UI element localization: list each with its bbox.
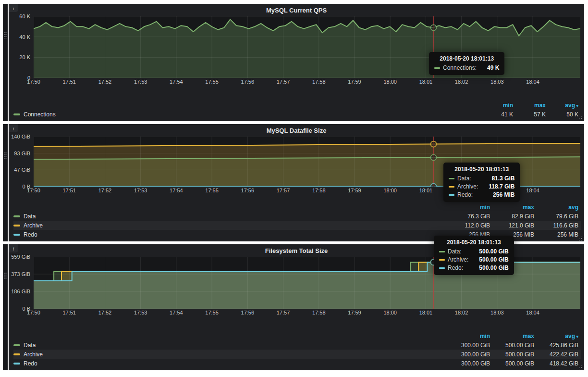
x-tick-label: 18:00 xyxy=(383,79,397,85)
series-color-icon xyxy=(13,353,20,355)
legend-sort-max[interactable]: max xyxy=(493,203,537,211)
x-tick-label: 18:01 xyxy=(419,188,433,193)
series-color-icon xyxy=(13,234,20,236)
legend-sort-min[interactable]: min xyxy=(449,332,493,340)
legend: minmaxavgData76.3 GiB82.9 GiB79.6 GiBArc… xyxy=(9,202,584,241)
panel-filesystem-total-size: i Filesystem Total Size 559 GiB373 GiB18… xyxy=(9,244,584,370)
x-tick-label: 17:55 xyxy=(205,79,219,85)
legend-sort-avg[interactable]: avg ▾ xyxy=(537,332,581,340)
legend-row-archive: Archive300.00 GiB500.00 GiB422.42 GiB xyxy=(13,350,581,359)
x-tick-label: 17:51 xyxy=(62,188,76,193)
legend-stat-value: 41 K xyxy=(483,111,516,118)
legend-series-toggle[interactable]: Archive xyxy=(13,222,449,229)
series-color-icon xyxy=(13,225,20,226)
legend-stat-value: 116.6 GiB xyxy=(537,222,581,229)
legend-stat-value: 79.6 GiB xyxy=(537,213,581,220)
panel-drag-handle[interactable] xyxy=(3,244,8,370)
legend-series-toggle[interactable]: Data xyxy=(13,342,449,349)
legend: minmaxavg ▾Data300.00 GiB500.00 GiB425.8… xyxy=(9,331,584,370)
legend-series-toggle[interactable]: Redo xyxy=(13,231,449,238)
chevron-down-icon: ▾ xyxy=(575,334,578,339)
drag-dots-icon xyxy=(4,152,7,159)
x-tick-label: 18:01 xyxy=(419,310,433,315)
chevron-down-icon: ▾ xyxy=(575,103,578,108)
legend-series-name: Data xyxy=(24,213,36,220)
x-tick-label: 17:56 xyxy=(241,310,255,315)
plot-area: 140 GiB93 GiB47 GiB0 B xyxy=(9,137,584,187)
chart-canvas[interactable] xyxy=(34,137,580,187)
panel-info-icon[interactable]: i xyxy=(9,4,18,12)
x-tick-label: 17:54 xyxy=(170,188,183,193)
y-tick-label: 140 GiB xyxy=(11,134,30,139)
chart-canvas[interactable] xyxy=(34,16,580,78)
legend-stat-value: 500.00 GiB xyxy=(493,351,537,358)
legend-row-redo: Redo256 MiB256 MiB256 MiB xyxy=(13,230,581,239)
legend-stat-value: 82.9 GiB xyxy=(493,213,537,220)
legend-series-toggle[interactable]: Redo xyxy=(13,360,449,367)
legend-sort-min[interactable]: min xyxy=(483,101,516,109)
x-tick-label: 17:59 xyxy=(348,79,361,85)
legend-series-name: Archive xyxy=(24,351,43,358)
x-tick-label: 17:57 xyxy=(277,188,290,193)
dashboard: i MySQL Current QPS 60 K40 K20 K0 17:501… xyxy=(3,4,584,370)
x-tick-label: 17:52 xyxy=(98,188,112,193)
x-tick-label: 17:52 xyxy=(98,310,112,315)
y-axis: 559 GiB373 GiB186 GiB0 B xyxy=(9,257,34,309)
legend-stat-value: 76.3 GiB xyxy=(449,213,493,220)
legend-stat-value: 121.0 GiB xyxy=(493,222,537,229)
x-tick-label: 17:59 xyxy=(348,310,361,315)
legend-stat-value: 500.00 GiB xyxy=(493,342,537,349)
legend-sort-max[interactable]: max xyxy=(493,332,537,340)
y-tick-label: 93 GiB xyxy=(14,151,30,156)
x-tick-label: 18:04 xyxy=(526,188,539,193)
x-axis: 17:5017:5117:5217:5317:5417:5517:5617:57… xyxy=(34,309,580,317)
legend-row-connections: Connections41 K57 K50 K xyxy=(13,110,581,119)
legend-sort-max[interactable]: max xyxy=(516,101,549,109)
legend-stat-value: 418.42 GiB xyxy=(537,360,581,367)
y-axis: 140 GiB93 GiB47 GiB0 B xyxy=(9,137,34,187)
y-tick-label: 559 GiB xyxy=(11,254,30,260)
info-icon: i xyxy=(12,126,14,131)
x-tick-label: 17:50 xyxy=(27,188,40,193)
panel-title[interactable]: Filesystem Total Size xyxy=(9,244,584,257)
legend-stat-value: 256 MiB xyxy=(537,231,581,238)
panel-title[interactable]: MySQL Datafile Size xyxy=(9,124,584,137)
legend-series-toggle[interactable]: Archive xyxy=(13,351,449,358)
x-tick-label: 17:58 xyxy=(312,188,326,193)
x-tick-label: 18:00 xyxy=(383,310,397,315)
legend-stat-value: 300.00 GiB xyxy=(449,360,493,367)
x-tick-label: 18:03 xyxy=(490,188,504,193)
legend-row-data: Data300.00 GiB500.00 GiB425.86 GiB xyxy=(13,340,581,350)
x-tick-label: 17:58 xyxy=(312,79,326,85)
y-tick-label: 373 GiB xyxy=(11,271,30,277)
x-tick-label: 17:50 xyxy=(27,79,40,85)
legend-row-archive: Archive112.0 GiB121.0 GiB116.6 GiB xyxy=(13,221,581,230)
panel-info-icon[interactable]: i xyxy=(9,124,18,132)
legend-series-toggle[interactable]: Data xyxy=(13,213,449,220)
panel-drag-handle[interactable] xyxy=(3,124,8,241)
x-tick-label: 17:59 xyxy=(348,188,361,193)
x-axis: 17:5017:5117:5217:5317:5417:5517:5617:57… xyxy=(34,187,580,195)
info-icon: i xyxy=(12,246,14,251)
panel-drag-handle[interactable] xyxy=(3,4,8,121)
x-tick-label: 17:56 xyxy=(241,79,255,85)
legend-row-data: Data76.3 GiB82.9 GiB79.6 GiB xyxy=(13,212,581,221)
legend-stat-value: 50 K xyxy=(549,111,581,118)
panel-title[interactable]: MySQL Current QPS xyxy=(9,4,584,16)
drag-dots-icon xyxy=(4,32,7,38)
x-tick-label: 17:52 xyxy=(98,79,112,85)
legend-series-name: Redo xyxy=(24,231,37,238)
legend-series-toggle[interactable]: Connections xyxy=(13,111,483,118)
legend-sort-avg[interactable]: avg ▾ xyxy=(549,101,581,109)
series-color-icon xyxy=(13,215,20,217)
x-tick-label: 17:53 xyxy=(134,188,147,193)
x-tick-label: 17:57 xyxy=(277,79,290,85)
chart-canvas[interactable] xyxy=(34,257,580,309)
y-tick-label: 47 GiB xyxy=(14,167,30,173)
legend-sort-min[interactable]: min xyxy=(449,203,493,211)
y-tick-label: 60 K xyxy=(19,13,30,19)
legend-sort-avg[interactable]: avg xyxy=(537,203,581,211)
legend-stat-value: 425.86 GiB xyxy=(537,342,581,349)
x-tick-label: 18:02 xyxy=(455,188,468,193)
panel-info-icon[interactable]: i xyxy=(9,244,18,252)
